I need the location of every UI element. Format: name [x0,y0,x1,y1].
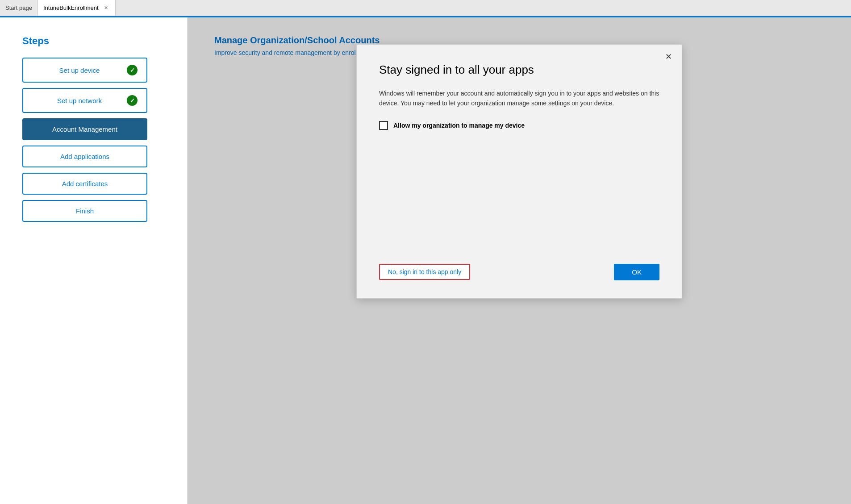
dialog-stay-signed-in: ✕ Stay signed in to all your apps Window… [356,44,682,299]
step-finish[interactable]: Finish [22,200,147,222]
step-add-certificates-label: Add certificates [32,180,138,187]
step-set-up-device[interactable]: Set up device [22,58,147,83]
manage-device-label: Allow my organization to manage my devic… [393,122,525,129]
step-set-up-network[interactable]: Set up network [22,88,147,113]
step-account-management-label: Account Management [32,125,138,133]
sidebar: Steps Set up device Set up network Accou… [0,17,188,504]
close-icon: ✕ [665,52,672,61]
step-finish-label: Finish [32,207,138,215]
tab-intune[interactable]: IntuneBulkEnrollment ✕ [38,0,116,16]
step-account-management[interactable]: Account Management [22,118,147,140]
modal-body: Windows will remember your account and a… [379,88,659,108]
tab-intune-label: IntuneBulkEnrollment [43,4,99,11]
sidebar-title: Steps [22,35,165,47]
modal-title: Stay signed in to all your apps [379,62,659,78]
tab-start[interactable]: Start page [0,0,38,16]
content-area: Manage Organization/School Accounts Impr… [188,17,851,504]
browser-chrome: Start page IntuneBulkEnrollment ✕ [0,0,851,16]
check-icon-network [127,95,138,106]
modal-footer: No, sign in to this app only OK [379,264,659,280]
step-add-applications[interactable]: Add applications [22,146,147,167]
tab-close-icon[interactable]: ✕ [102,4,110,12]
tab-start-label: Start page [5,4,32,11]
checkbox-row: Allow my organization to manage my devic… [379,121,659,130]
step-set-up-device-label: Set up device [32,67,127,74]
step-set-up-network-label: Set up network [32,97,127,104]
manage-device-checkbox[interactable] [379,121,388,130]
ok-button[interactable]: OK [614,264,659,280]
modal-close-button[interactable]: ✕ [663,51,675,62]
main-layout: Steps Set up device Set up network Accou… [0,17,851,504]
check-icon-device [127,65,138,75]
modal-overlay: ✕ Stay signed in to all your apps Window… [188,17,851,504]
sign-in-app-only-button[interactable]: No, sign in to this app only [379,264,470,280]
step-add-certificates[interactable]: Add certificates [22,173,147,195]
step-add-applications-label: Add applications [32,153,138,160]
